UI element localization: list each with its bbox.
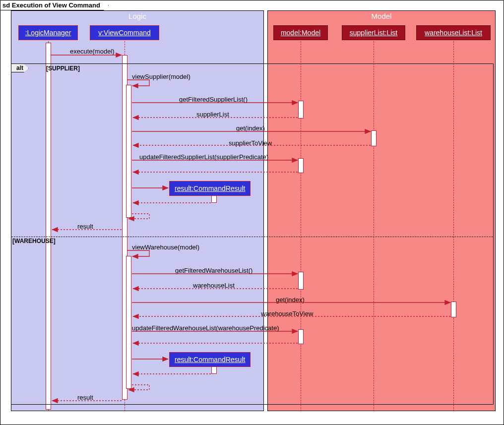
- msg-warehousetoview: warehouseToView: [261, 310, 313, 317]
- msg-execute: execute(model): [70, 48, 115, 55]
- participant-logicmanager: :LogicManager: [18, 25, 78, 40]
- msg-suppliertoview: supplierToView: [229, 139, 272, 147]
- msg-viewsupplier: viewSupplier(model): [132, 73, 190, 80]
- msg-result-2: result: [77, 394, 93, 401]
- participant-supplierlist: supplierList:List: [342, 25, 405, 40]
- msg-supplierlist-ret: supplierList: [196, 111, 229, 118]
- msg-updatefilteredwarehouse: updateFilteredWarehouseList(warehousePre…: [132, 324, 279, 332]
- msg-getfilteredsupplier: getFilteredSupplierList(): [179, 96, 248, 103]
- sd-frame-title: sd Execution of View Command: [0, 0, 109, 10]
- msg-getfilteredwarehouse: getFilteredWarehouseList(): [175, 267, 252, 274]
- participant-model: model:Model: [273, 25, 328, 40]
- created-result-1: result:CommandResult: [169, 181, 251, 196]
- msg-viewwarehouse: viewWarehouse(model): [132, 243, 199, 251]
- msg-result-1: result: [77, 223, 93, 230]
- msg-getindex-2: get(index): [276, 296, 305, 304]
- msg-getindex-1: get(index): [236, 124, 265, 132]
- alt-guard-supplier: [SUPPLIER]: [46, 65, 80, 72]
- alt-divider: [11, 237, 493, 237]
- alt-label: alt: [11, 64, 29, 72]
- package-logic-title: Logic: [11, 11, 263, 21]
- alt-guard-warehouse: [WAREHOUSE]: [12, 238, 56, 244]
- created-result-2: result:CommandResult: [169, 352, 251, 367]
- msg-warehouselist-ret: warehouseList: [193, 282, 235, 289]
- alt-fragment: alt [SUPPLIER] [WAREHOUSE]: [11, 63, 494, 405]
- msg-updatefilteredsupplier: updateFilteredSupplierList(supplierPredi…: [139, 153, 268, 161]
- participant-viewcommand: v:ViewCommand: [90, 25, 159, 40]
- package-model-title: Model: [268, 11, 495, 21]
- sd-frame: sd Execution of View Command Logic Model…: [0, 0, 504, 425]
- participant-warehouselist: warehouseList:List: [416, 25, 491, 40]
